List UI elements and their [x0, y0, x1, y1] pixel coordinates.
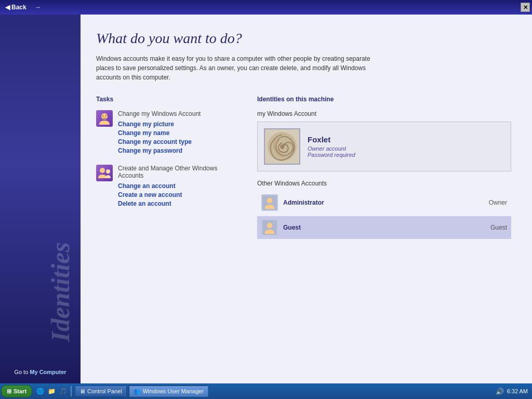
- guest-name: Guest: [283, 224, 485, 231]
- create-account-link[interactable]: Create a new account: [118, 191, 242, 198]
- other-account-guest[interactable]: Guest Guest: [257, 216, 511, 239]
- quick-launch-media[interactable]: 🎵: [58, 386, 68, 396]
- task-icon-other-accounts: [96, 165, 113, 181]
- change-account-link[interactable]: Change an account: [118, 182, 242, 190]
- taskbar-control-panel[interactable]: 🖥 Control Panel: [75, 385, 127, 397]
- administrator-name: Administrator: [283, 199, 484, 206]
- page-title: What do you want to do?: [96, 30, 511, 47]
- content-area: What do you want to do? Windows accounts…: [81, 15, 532, 383]
- change-name-link[interactable]: Change my name: [118, 129, 201, 137]
- account-password-status: Password required: [308, 152, 355, 158]
- user-icon: [96, 110, 113, 127]
- start-label: Start: [14, 388, 26, 394]
- guest-icon: [261, 219, 278, 236]
- my-account-label: my Windows Account: [257, 110, 511, 117]
- task-icon-my-account: [96, 110, 113, 127]
- forward-label: →: [35, 4, 41, 11]
- account-type: Owner account: [308, 145, 355, 152]
- columns: Tasks: [96, 96, 511, 241]
- svg-point-3: [100, 168, 105, 173]
- other-accounts-label: Other Windows Accounts: [257, 180, 511, 187]
- back-arrow-icon: ◀: [5, 4, 10, 11]
- task-group-label-2: Create and Manage Other Windows Accounts: [118, 165, 242, 179]
- guest-role: Guest: [490, 224, 507, 231]
- task-links-my-account: Change my Windows Account Change my pict…: [118, 110, 201, 154]
- go-to-computer[interactable]: Go to My Computer: [0, 367, 81, 377]
- sidebar-watermark: Identities: [5, 242, 75, 342]
- main-window: Identities Go to My Computer What do you…: [0, 15, 532, 383]
- svg-point-7: [280, 144, 284, 149]
- volume-tray-icon[interactable]: 🔊: [496, 388, 504, 395]
- account-info: Foxlet Owner account Password required: [308, 135, 355, 158]
- change-picture-link[interactable]: Change my picture: [118, 121, 201, 128]
- identities-column: Identities on this machine my Windows Ac…: [257, 96, 511, 241]
- sidebar: Identities Go to My Computer: [0, 15, 81, 383]
- task-group-label-1: Change my Windows Account: [118, 110, 201, 117]
- account-name: Foxlet: [308, 135, 355, 144]
- titlebar: ◀ Back → ✕: [0, 0, 532, 15]
- svg-point-11: [267, 223, 272, 228]
- quick-launch-folder[interactable]: 📁: [46, 386, 57, 396]
- administrator-role: Owner: [489, 199, 507, 206]
- task-links-other-accounts: Create and Manage Other Windows Accounts…: [118, 165, 242, 207]
- other-account-administrator[interactable]: Administrator Owner: [257, 191, 511, 214]
- user-manager-icon: 👥: [134, 388, 141, 395]
- tasks-column: Tasks: [96, 96, 242, 241]
- goto-label: Go to: [14, 369, 30, 375]
- quick-launch-ie[interactable]: 🌐: [35, 386, 45, 396]
- goto-link[interactable]: My Computer: [30, 369, 66, 375]
- close-button[interactable]: ✕: [521, 3, 530, 12]
- change-password-link[interactable]: Change my password: [118, 147, 201, 154]
- administrator-icon: [261, 194, 278, 211]
- delete-account-link[interactable]: Delete an account: [118, 200, 242, 207]
- nav-buttons: ◀ Back →: [2, 3, 44, 12]
- taskbar-user-manager[interactable]: 👥 Windows User Manager: [129, 385, 208, 397]
- taskbar: ⊞ Start 🌐 📁 🎵 🖥 Control Panel 👥 Windows …: [0, 383, 532, 399]
- start-icon: ⊞: [7, 388, 11, 395]
- clock: 6:32 AM: [507, 388, 528, 394]
- taskbar-right: 🔊 6:32 AM: [496, 388, 531, 395]
- svg-point-2: [105, 115, 107, 116]
- start-button[interactable]: ⊞ Start: [1, 385, 32, 397]
- account-avatar: [264, 128, 300, 165]
- svg-point-4: [106, 169, 110, 174]
- description: Windows accounts make it easy for you to…: [96, 54, 382, 82]
- user-manager-label: Windows User Manager: [143, 388, 204, 394]
- control-panel-label: Control Panel: [87, 388, 122, 394]
- back-label: Back: [11, 4, 26, 11]
- task-group-other-accounts: Create and Manage Other Windows Accounts…: [96, 165, 242, 207]
- task-group-my-account: Change my Windows Account Change my pict…: [96, 110, 242, 154]
- svg-point-1: [102, 115, 103, 116]
- change-account-type-link[interactable]: Change my account type: [118, 138, 201, 145]
- my-account-box[interactable]: Foxlet Owner account Password required: [257, 122, 511, 171]
- back-button[interactable]: ◀ Back: [2, 3, 30, 12]
- forward-button[interactable]: →: [32, 3, 44, 12]
- control-panel-icon: 🖥: [79, 388, 85, 394]
- tasks-header: Tasks: [96, 96, 242, 103]
- identities-header: Identities on this machine: [257, 96, 511, 103]
- svg-point-9: [267, 198, 272, 203]
- shell-image: [265, 129, 299, 164]
- manage-users-icon: [96, 165, 113, 181]
